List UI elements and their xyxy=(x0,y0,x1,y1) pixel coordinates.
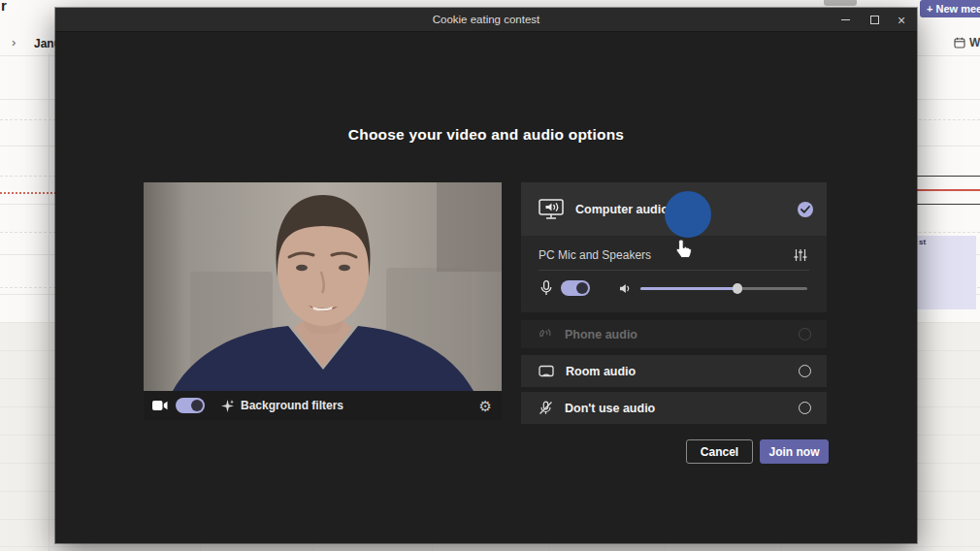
dialog-title: Cookie eating contest xyxy=(55,8,917,32)
checkmark-icon xyxy=(800,206,810,213)
room-audio-option[interactable]: Room audio xyxy=(521,355,827,387)
new-meeting-button[interactable]: + New mee xyxy=(920,0,980,17)
minimize-button[interactable] xyxy=(833,8,857,32)
video-preview: Background filters ⚙ xyxy=(144,182,502,420)
selection-border-bottom xyxy=(910,204,980,205)
current-time-indicator xyxy=(910,189,980,191)
device-settings-icon[interactable] xyxy=(794,248,807,262)
meeting-prejoin-dialog: Cookie eating contest × Choose your vide… xyxy=(55,8,917,543)
dialog-heading: Choose your video and audio options xyxy=(55,126,917,144)
calendar-icon xyxy=(954,37,965,49)
room-audio-icon xyxy=(539,365,554,377)
video-controls-bar: Background filters ⚙ xyxy=(144,391,502,420)
annotation-circle xyxy=(665,191,711,238)
grid-line xyxy=(0,546,980,547)
computer-audio-icon xyxy=(539,199,564,219)
calendar-event-block[interactable]: st xyxy=(917,236,976,309)
calendar-view-selector[interactable]: W xyxy=(954,36,980,49)
minimize-icon xyxy=(841,19,850,21)
gear-icon[interactable]: ⚙ xyxy=(479,399,492,413)
camera-icon xyxy=(152,400,168,411)
speaker-volume-icon xyxy=(619,283,631,294)
no-audio-label: Don't use audio xyxy=(565,402,655,415)
computer-audio-label: Computer audio xyxy=(575,203,669,216)
calendar-page-title-partial: r xyxy=(1,0,7,14)
microphone-toggle[interactable] xyxy=(561,280,590,296)
camera-toggle-knob xyxy=(191,400,203,411)
camera-toggle[interactable] xyxy=(176,398,205,413)
mic-off-icon xyxy=(539,401,553,415)
phone-audio-label: Phone audio xyxy=(565,328,637,341)
dialog-titlebar[interactable]: Cookie eating contest × xyxy=(55,8,917,32)
background-filters-icon xyxy=(221,400,234,412)
view-selector-label: W xyxy=(969,36,980,49)
meet-button-partial xyxy=(824,0,857,6)
selection-border-top xyxy=(910,176,980,177)
no-audio-option[interactable]: Don't use audio xyxy=(521,392,827,424)
dialog-actions: Cancel Join now xyxy=(686,439,829,464)
chevron-right-icon[interactable]: › xyxy=(12,35,16,49)
volume-slider-fill xyxy=(640,287,737,290)
self-video-feed xyxy=(144,182,502,391)
audio-device-name[interactable]: PC Mic and Speakers xyxy=(539,248,651,262)
room-audio-radio[interactable] xyxy=(799,365,811,377)
teams-app-window: r › Janu + New mee W st Cookie eating co… xyxy=(0,0,980,551)
phone-audio-icon xyxy=(539,327,553,341)
no-audio-radio[interactable] xyxy=(799,402,811,414)
mouse-cursor-pointer xyxy=(673,239,693,262)
join-now-button[interactable]: Join now xyxy=(760,439,829,464)
background-filters-label[interactable]: Background filters xyxy=(241,399,343,412)
volume-slider-knob[interactable] xyxy=(733,283,743,294)
microphone-toggle-knob xyxy=(576,282,588,294)
phone-audio-option-disabled: Phone audio xyxy=(521,320,827,348)
maximize-button[interactable] xyxy=(863,8,886,32)
phone-audio-radio xyxy=(799,328,811,340)
computer-audio-radio-selected[interactable] xyxy=(798,202,813,217)
room-audio-label: Room audio xyxy=(566,365,636,378)
volume-slider[interactable] xyxy=(640,280,807,296)
time-gutter-line xyxy=(49,53,49,551)
maximize-icon xyxy=(870,16,879,24)
cancel-button[interactable]: Cancel xyxy=(686,439,753,464)
microphone-icon xyxy=(540,280,552,296)
close-button[interactable]: × xyxy=(890,8,913,32)
